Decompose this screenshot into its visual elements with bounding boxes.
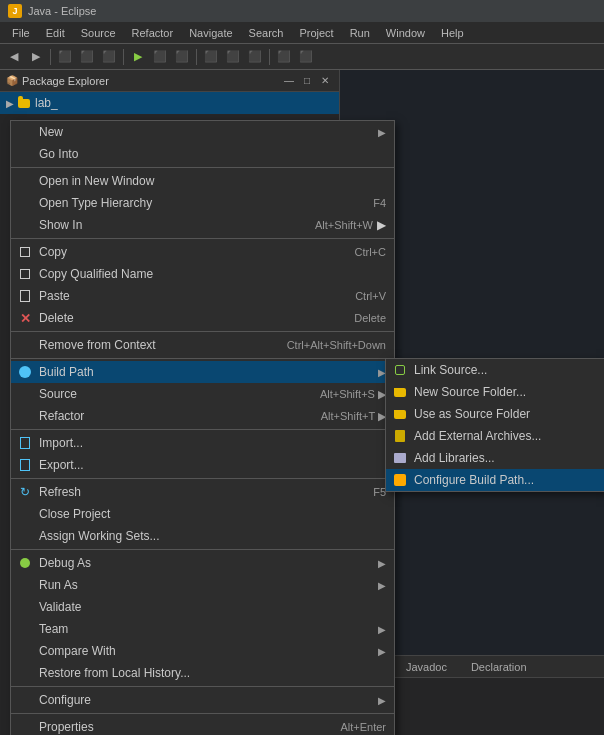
toolbar-btn-11[interactable]: ⬛ bbox=[274, 47, 294, 67]
add-external-archives-icon bbox=[392, 428, 408, 444]
ctx-sep-8 bbox=[11, 686, 394, 687]
toolbar-btn-7[interactable]: ⬛ bbox=[172, 47, 192, 67]
panel-header: 📦 Package Explorer — □ ✕ bbox=[0, 70, 339, 92]
ctx-restore-local-history[interactable]: Restore from Local History... bbox=[11, 662, 394, 684]
ctx-sep-4 bbox=[11, 358, 394, 359]
ctx-import[interactable]: Import... bbox=[11, 432, 394, 454]
sub-configure-build-path[interactable]: Configure Build Path... bbox=[386, 469, 604, 491]
sub-use-as-source-folder[interactable]: Use as Source Folder bbox=[386, 403, 604, 425]
ctx-copy-qualified[interactable]: Copy Qualified Name bbox=[11, 263, 394, 285]
toolbar-btn-3[interactable]: ⬛ bbox=[55, 47, 75, 67]
ctx-delete[interactable]: ✕ Delete Delete bbox=[11, 307, 394, 329]
build-path-submenu: Link Source... New Source Folder... Use … bbox=[385, 358, 604, 492]
tree-item-lab[interactable]: ▶ lab_ bbox=[0, 92, 339, 114]
ctx-sep-2 bbox=[11, 238, 394, 239]
ctx-sep-3 bbox=[11, 331, 394, 332]
ctx-sep-9 bbox=[11, 713, 394, 714]
use-source-folder-icon bbox=[392, 406, 408, 422]
sub-new-source-folder[interactable]: New Source Folder... bbox=[386, 381, 604, 403]
export-icon bbox=[17, 457, 33, 473]
copy-qualified-icon bbox=[17, 266, 33, 282]
ctx-refresh[interactable]: ↻ Refresh F5 bbox=[11, 481, 394, 503]
configure-build-path-icon bbox=[392, 472, 408, 488]
ctx-run-as[interactable]: Run As ▶ bbox=[11, 574, 394, 596]
toolbar-sep-3 bbox=[196, 49, 197, 65]
toolbar-btn-2[interactable]: ▶ bbox=[26, 47, 46, 67]
toolbar-btn-1[interactable]: ◀ bbox=[4, 47, 24, 67]
toolbar-btn-10[interactable]: ⬛ bbox=[245, 47, 265, 67]
build-path-icon bbox=[17, 364, 33, 380]
refresh-icon: ↻ bbox=[17, 484, 33, 500]
panel-maximize[interactable]: □ bbox=[299, 73, 315, 89]
tree-expand-icon: ▶ bbox=[6, 98, 14, 109]
ctx-debug-as[interactable]: Debug As ▶ bbox=[11, 552, 394, 574]
app-icon: J bbox=[8, 4, 22, 18]
context-menu: New ▶ Go Into Open in New Window Open Ty… bbox=[10, 120, 395, 735]
menu-run[interactable]: Run bbox=[342, 25, 378, 41]
toolbar-btn-4[interactable]: ⬛ bbox=[77, 47, 97, 67]
toolbar-btn-12[interactable]: ⬛ bbox=[296, 47, 316, 67]
tab-declaration[interactable]: Declaration bbox=[460, 657, 538, 677]
menu-navigate[interactable]: Navigate bbox=[181, 25, 240, 41]
ctx-refactor[interactable]: Refactor Alt+Shift+T ▶ bbox=[11, 405, 394, 427]
menu-source[interactable]: Source bbox=[73, 25, 124, 41]
toolbar-btn-9[interactable]: ⬛ bbox=[223, 47, 243, 67]
ctx-go-into[interactable]: Go Into bbox=[11, 143, 394, 165]
main-area: 📦 Package Explorer — □ ✕ ▶ lab_ Items Ja… bbox=[0, 70, 604, 735]
tree-item-label: lab_ bbox=[35, 96, 58, 110]
menu-edit[interactable]: Edit bbox=[38, 25, 73, 41]
ctx-open-type-hierarchy[interactable]: Open Type Hierarchy F4 bbox=[11, 192, 394, 214]
paste-icon bbox=[17, 288, 33, 304]
ctx-compare-with[interactable]: Compare With ▶ bbox=[11, 640, 394, 662]
ctx-assign-working-sets[interactable]: Assign Working Sets... bbox=[11, 525, 394, 547]
ctx-paste[interactable]: Paste Ctrl+V bbox=[11, 285, 394, 307]
menu-window[interactable]: Window bbox=[378, 25, 433, 41]
toolbar-btn-run[interactable]: ▶ bbox=[128, 47, 148, 67]
copy-icon bbox=[17, 244, 33, 260]
ctx-open-new-window[interactable]: Open in New Window bbox=[11, 170, 394, 192]
toolbar-btn-6[interactable]: ⬛ bbox=[150, 47, 170, 67]
menu-project[interactable]: Project bbox=[291, 25, 341, 41]
import-icon bbox=[17, 435, 33, 451]
ctx-sep-6 bbox=[11, 478, 394, 479]
sub-add-libraries[interactable]: Add Libraries... bbox=[386, 447, 604, 469]
menu-help[interactable]: Help bbox=[433, 25, 472, 41]
ctx-validate[interactable]: Validate bbox=[11, 596, 394, 618]
panel-title: Package Explorer bbox=[22, 75, 277, 87]
toolbar-sep-4 bbox=[269, 49, 270, 65]
ctx-sep-5 bbox=[11, 429, 394, 430]
panel-minimize[interactable]: — bbox=[281, 73, 297, 89]
menu-bar: File Edit Source Refactor Navigate Searc… bbox=[0, 22, 604, 44]
window-title: Java - Eclipse bbox=[28, 5, 96, 17]
ctx-source[interactable]: Source Alt+Shift+S ▶ bbox=[11, 383, 394, 405]
debug-icon bbox=[17, 555, 33, 571]
sub-link-source[interactable]: Link Source... bbox=[386, 359, 604, 381]
menu-refactor[interactable]: Refactor bbox=[124, 25, 182, 41]
panel-header-icons: — □ ✕ bbox=[281, 73, 333, 89]
ctx-team[interactable]: Team ▶ bbox=[11, 618, 394, 640]
new-source-folder-icon bbox=[392, 384, 408, 400]
toolbar-btn-8[interactable]: ⬛ bbox=[201, 47, 221, 67]
ctx-sep-7 bbox=[11, 549, 394, 550]
ctx-sep-1 bbox=[11, 167, 394, 168]
ctx-properties[interactable]: Properties Alt+Enter bbox=[11, 716, 394, 735]
ctx-close-project[interactable]: Close Project bbox=[11, 503, 394, 525]
ctx-remove-context[interactable]: Remove from Context Ctrl+Alt+Shift+Down bbox=[11, 334, 394, 356]
ctx-show-in[interactable]: Show In Alt+Shift+W ▶ bbox=[11, 214, 394, 236]
add-libraries-icon bbox=[392, 450, 408, 466]
toolbar-sep-1 bbox=[50, 49, 51, 65]
ctx-configure[interactable]: Configure ▶ bbox=[11, 689, 394, 711]
tab-javadoc[interactable]: Javadoc bbox=[395, 657, 458, 677]
menu-file[interactable]: File bbox=[4, 25, 38, 41]
panel-close[interactable]: ✕ bbox=[317, 73, 333, 89]
ctx-export[interactable]: Export... bbox=[11, 454, 394, 476]
toolbar-btn-5[interactable]: ⬛ bbox=[99, 47, 119, 67]
ctx-copy[interactable]: Copy Ctrl+C bbox=[11, 241, 394, 263]
toolbar: ◀ ▶ ⬛ ⬛ ⬛ ▶ ⬛ ⬛ ⬛ ⬛ ⬛ ⬛ ⬛ bbox=[0, 44, 604, 70]
folder-icon bbox=[18, 99, 30, 108]
ctx-build-path[interactable]: Build Path ▶ bbox=[11, 361, 394, 383]
ctx-new[interactable]: New ▶ bbox=[11, 121, 394, 143]
sub-add-external-archives[interactable]: Add External Archives... bbox=[386, 425, 604, 447]
panel-icon: 📦 bbox=[6, 75, 18, 86]
menu-search[interactable]: Search bbox=[241, 25, 292, 41]
